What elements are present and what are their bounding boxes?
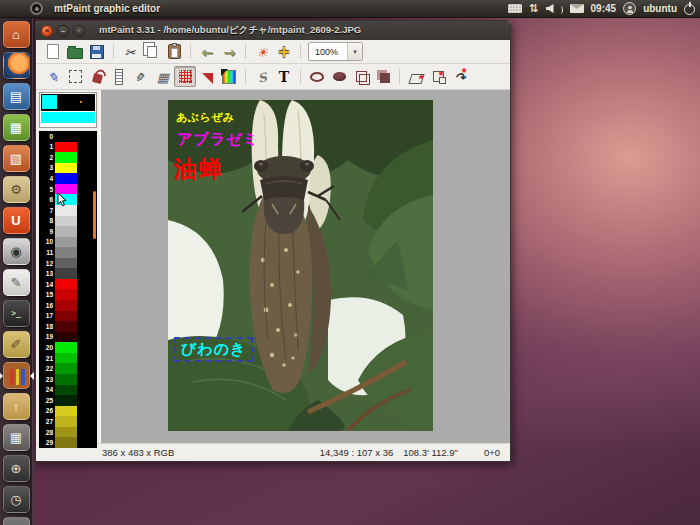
launcher-item-software-center[interactable]: ⚙ [3,176,30,203]
palette-color-23[interactable]: 23 [39,374,97,385]
launcher-item-terminal[interactable]: >_ [3,300,30,327]
lasso-tool[interactable] [251,66,273,87]
redo-button[interactable] [218,42,240,61]
copy-icon [147,46,157,58]
palette-color-13[interactable]: 13 [39,268,97,279]
palette-color-8[interactable]: 8 [39,216,97,227]
rect-outline-tool[interactable] [350,66,372,87]
keyboard-icon[interactable] [508,4,522,13]
palette-color-28[interactable]: 28 [39,427,97,438]
save-button[interactable] [86,42,108,61]
clock[interactable]: 09:45 [591,3,617,14]
palette-color-27[interactable]: 27 [39,416,97,427]
app-logo-icon[interactable] [30,2,43,15]
palette-color-22[interactable]: 22 [39,363,97,374]
palette-color-4[interactable]: 4 [39,173,97,184]
flood-fill-tool[interactable] [86,66,108,87]
launcher-item-mtpaint[interactable] [3,362,30,389]
palette-color-18[interactable]: 18 [39,321,97,332]
free-rotate-tool[interactable] [449,66,471,87]
skew-tool[interactable] [405,66,427,87]
launcher-item-workspaces[interactable]: ▦ [3,424,30,451]
launcher-item-paint[interactable]: ✐ [3,331,30,358]
chevron-down-icon[interactable]: ▾ [347,43,362,60]
palette-color-7[interactable]: 7 [39,205,97,216]
launcher-item-gedit[interactable]: ✎ [3,269,30,296]
brush-select-tool[interactable] [174,66,196,87]
launcher-item-firefox[interactable] [3,52,30,79]
palette-color-17[interactable]: 17 [39,311,97,322]
input-arrows-icon[interactable]: ⇅ [529,3,538,14]
shuffle-tool[interactable] [64,66,86,87]
launcher-item-screenshot[interactable]: ◉ [3,238,30,265]
text-tool[interactable] [273,66,295,87]
palette-color-19[interactable]: 19 [39,332,97,343]
smudge-tool[interactable] [130,66,152,87]
palette-color-3[interactable]: 3 [39,163,97,174]
palette-color-5[interactable]: 5 [39,184,97,195]
redo-icon [223,44,235,60]
palette-color-16[interactable]: 16 [39,300,97,311]
open-button[interactable] [64,42,86,61]
palette-color-0[interactable]: 0 [39,131,97,142]
power-icon[interactable] [684,4,695,15]
pan-button[interactable] [273,42,295,61]
palette-color-6[interactable]: 6 [39,194,97,205]
zoom-select[interactable]: 100% ▾ [308,42,363,61]
color-picker-tool[interactable] [218,66,240,87]
canvas-area[interactable]: あぶらぜみアブラゼミ油蝉びわのき [100,90,510,443]
palette-color-24[interactable]: 24 [39,385,97,396]
launcher-item-impress[interactable]: ▧ [3,145,30,172]
paint-tool[interactable] [42,66,64,87]
rect-fill-tool[interactable] [372,66,394,87]
clone-tool[interactable] [152,66,174,87]
ellipse-outline-tool[interactable] [306,66,328,87]
copy-button[interactable] [141,42,163,61]
ellipse-fill-tool[interactable] [328,66,350,87]
launcher-item-search[interactable]: ⊕ [3,455,30,482]
color-preview[interactable] [39,92,97,128]
palette-color-12[interactable]: 12 [39,258,97,269]
launcher-item-home[interactable]: ⌂ [3,21,30,48]
brightness-button[interactable] [251,42,273,61]
ubuntu-one-icon: U [11,214,20,227]
volume-icon[interactable] [546,3,563,14]
palette-color-2[interactable]: 2 [39,152,97,163]
palette-color-29[interactable]: 29 [39,437,97,448]
palette-color-20[interactable]: 20 [39,342,97,353]
undo-button[interactable] [196,42,218,61]
straight-line-tool[interactable] [108,66,130,87]
palette-color-25[interactable]: 25 [39,395,97,406]
scale-tool[interactable] [427,66,449,87]
open-icon [67,48,83,59]
palette-color-9[interactable]: 9 [39,226,97,237]
launcher-item-history[interactable]: ◷ [3,486,30,513]
user-icon[interactable] [623,2,636,15]
canvas-image[interactable]: あぶらぜみアブラゼミ油蝉びわのき [168,100,433,431]
launcher-item-calc[interactable]: ▦ [3,114,30,141]
palette-color-11[interactable]: 11 [39,247,97,258]
palette-color-14[interactable]: 14 [39,279,97,290]
cut-button[interactable] [119,42,141,61]
shuffle-icon [69,70,82,83]
palette-color-21[interactable]: 21 [39,353,97,364]
new-button[interactable] [42,42,64,61]
palette-color-15[interactable]: 15 [39,289,97,300]
close-button[interactable]: × [41,25,53,37]
minimize-button[interactable]: – [57,25,69,37]
gradient-tool[interactable] [196,66,218,87]
palette-scrollbar[interactable] [93,191,96,239]
launcher-item-trash[interactable]: ▯ [3,517,30,525]
username[interactable]: ubuntu [643,3,677,14]
launcher-item-ubuntu-one[interactable]: U [3,207,30,234]
paste-button[interactable] [163,42,185,61]
palette-color-26[interactable]: 26 [39,406,97,417]
launcher-item-updater[interactable]: ↑ [3,393,30,420]
palette-color-1[interactable]: 1 [39,142,97,153]
mail-icon[interactable] [570,4,584,13]
window-titlebar[interactable]: × – ▫ mtPaint 3.31 - /home/ubuntu/ピクチャ/m… [36,21,510,40]
launcher-item-writer[interactable]: ▤ [3,83,30,110]
maximize-button[interactable]: ▫ [73,25,85,37]
palette-color-10[interactable]: 10 [39,237,97,248]
palette-swatch [55,437,77,448]
